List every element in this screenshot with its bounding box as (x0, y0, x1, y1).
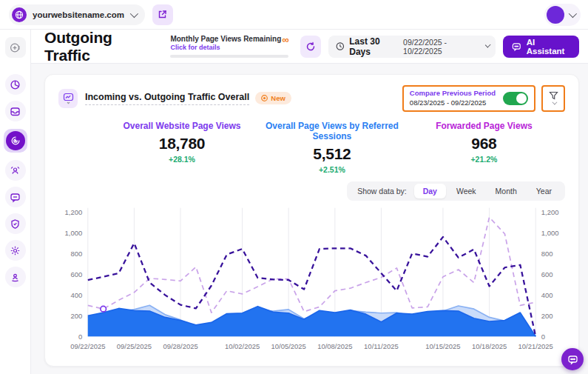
pie-chart-icon (10, 79, 21, 90)
ai-assistant-button[interactable]: AI Assistant (503, 36, 579, 58)
sidebar-expand-button[interactable] (5, 37, 26, 58)
external-link-icon (158, 10, 167, 19)
metric-label: Overall Page Views by Referred Sessions (261, 121, 403, 141)
metric-forwarded-page-views: Forwarded Page Views 968 +21.2% (403, 121, 565, 174)
metric-label: Overall Website Page Views (103, 121, 261, 131)
sidebar-item-settings[interactable] (5, 240, 26, 261)
metric-referred-sessions-page-views: Overall Page Views by Referred Sessions … (261, 121, 403, 174)
metric-label: Forwarded Page Views (403, 121, 565, 131)
chevron-down-icon (552, 100, 557, 105)
user-menu[interactable] (544, 4, 581, 26)
y-axis-label-right: 600 (541, 270, 553, 278)
series-dashed-page-views-previous-period (88, 217, 535, 313)
tab-year[interactable]: Year (527, 184, 561, 198)
traffic-chart-area: 002002004004006006008008001,0001,0001,20… (58, 204, 565, 360)
x-axis-label: 10/15/2025 (425, 342, 460, 350)
y-axis-label-right: 1,200 (541, 207, 559, 216)
compare-previous-period-control[interactable]: Compare Previous Period 08/23/2025 - 09/… (402, 85, 535, 112)
refresh-icon (305, 41, 316, 52)
x-axis-label: 10/21/2025 (518, 342, 553, 350)
chart-bubble-icon (58, 89, 78, 108)
compare-label: Compare Previous Period (410, 89, 496, 98)
expand-icon (10, 42, 21, 53)
avatar (547, 6, 564, 24)
chat-icon (10, 192, 21, 203)
y-axis-label-left: 800 (70, 249, 82, 257)
ai-assistant-label: AI Assistant (527, 38, 570, 56)
compare-dates: 08/23/2025 - 09/22/2025 (410, 98, 496, 108)
show-data-by-control: Show data by: Day Week Month Year (347, 181, 565, 201)
y-axis-label-right: 0 (541, 332, 545, 340)
chat-bubble-icon (567, 354, 578, 365)
quota-widget: Monthly Page Views Remaining Click for d… (170, 35, 288, 58)
chevron-down-icon (569, 9, 577, 17)
shield-check-icon (10, 218, 21, 230)
metric-delta: +21.2% (403, 155, 565, 164)
y-axis-label-left: 600 (70, 270, 82, 278)
x-axis-label: 10/11/2025 (364, 342, 399, 350)
new-dot-icon (261, 95, 268, 101)
y-axis-label-left: 0 (78, 332, 82, 340)
y-axis-label-right: 1,000 (541, 228, 559, 236)
x-axis-label: 10/02/2025 (225, 342, 260, 350)
funnel-icon (549, 91, 558, 100)
traffic-overview-card: Incoming vs. Outgoing Traffic Overall Ne… (44, 74, 579, 367)
data-point-marker[interactable] (101, 306, 107, 312)
quota-progress-bar (170, 55, 288, 58)
x-axis-label: 10/08/2025 (317, 342, 352, 350)
chevron-down-icon (130, 9, 138, 17)
tab-week[interactable]: Week (447, 184, 485, 198)
new-badge: New (255, 92, 291, 104)
x-axis-label: 10/05/2025 (271, 342, 306, 350)
y-axis-label-left: 1,000 (65, 228, 83, 236)
chevron-down-icon (484, 41, 490, 47)
app-root: yourwebsitename.com (0, 0, 588, 374)
open-website-button[interactable] (152, 4, 173, 25)
y-axis-label-right: 400 (541, 290, 553, 298)
metric-overall-website-page-views: Overall Website Page Views 18,780 +28.1% (58, 121, 261, 174)
location-user-icon (10, 272, 21, 283)
metrics-row: Overall Website Page Views 18,780 +28.1%… (58, 121, 565, 174)
y-axis-label-right: 800 (541, 249, 553, 257)
sidebar-item-chat[interactable] (5, 187, 26, 207)
x-axis-label: 10/18/2025 (472, 342, 507, 350)
sidebar-item-location[interactable] (5, 267, 26, 287)
globe-icon (12, 7, 27, 22)
refresh-button[interactable] (300, 36, 320, 58)
show-data-by-label: Show data by: (351, 187, 413, 196)
quota-details-link[interactable]: Click for details (170, 44, 281, 51)
card-title: Incoming vs. Outgoing Traffic Overall (85, 92, 249, 105)
sidebar-item-security[interactable] (5, 213, 26, 234)
quota-value: ∞ (282, 35, 288, 44)
sidebar-item-audience[interactable] (5, 160, 26, 181)
metric-delta: +2.51% (261, 165, 403, 174)
metric-value: 968 (403, 135, 565, 153)
compare-toggle[interactable] (503, 92, 528, 105)
gear-icon (10, 245, 21, 256)
tab-day[interactable]: Day (414, 184, 446, 198)
website-name: yourwebsitename.com (33, 10, 124, 19)
outgoing-traffic-icon (6, 131, 25, 150)
quota-label: Monthly Page Views Remaining (170, 35, 281, 44)
y-axis-label-left: 1,200 (65, 207, 83, 216)
page-title: Outgoing Traffic (44, 29, 152, 64)
range-dates: 09/22/2025 - 10/22/2025 (403, 38, 479, 56)
clock-icon (336, 41, 345, 51)
sidebar-item-inbox[interactable] (5, 101, 26, 121)
ai-chat-icon (512, 41, 521, 52)
filter-button[interactable] (541, 85, 565, 112)
traffic-chart: 002002004004006006008008001,0001,0001,20… (58, 204, 565, 360)
sidebar (0, 30, 31, 374)
sidebar-item-outgoing-traffic[interactable] (4, 129, 27, 153)
topbar: yourwebsitename.com (0, 0, 588, 30)
tab-month[interactable]: Month (487, 184, 526, 198)
x-axis-label: 09/28/2025 (163, 342, 197, 350)
chat-fab-button[interactable] (561, 348, 584, 370)
sidebar-item-analytics[interactable] (5, 74, 26, 95)
inbox-icon (10, 106, 21, 117)
website-selector[interactable]: yourwebsitename.com (9, 4, 145, 25)
range-label: Last 30 Days (349, 36, 398, 57)
date-range-selector[interactable]: Last 30 Days 09/22/2025 - 10/22/2025 (328, 36, 496, 58)
y-axis-label-left: 200 (70, 311, 82, 319)
x-axis-label: 09/22/2025 (70, 342, 105, 350)
